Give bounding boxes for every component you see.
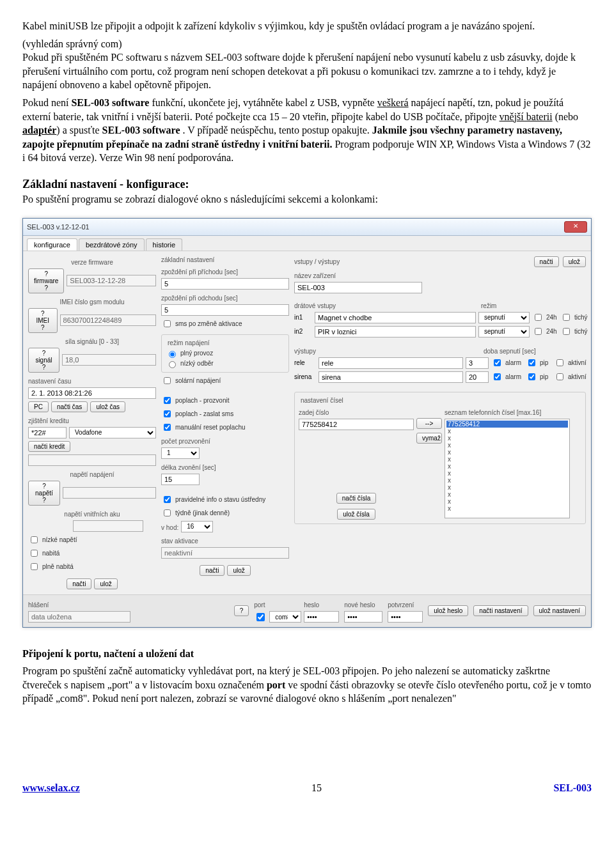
hour-select[interactable]: 16: [181, 521, 213, 532]
rele-field[interactable]: [319, 357, 463, 369]
save-config-button[interactable]: ulož nastavení: [533, 605, 586, 616]
tab-konfigurace[interactable]: konfigurace: [27, 238, 77, 251]
signal-label: síla signálu [0 - 33]: [28, 338, 156, 345]
sirena-field[interactable]: [319, 371, 463, 383]
numbers-listbox[interactable]: 775258412 xxx xxx xxx xxx: [445, 419, 570, 518]
devname-label: název zařízení: [294, 272, 586, 279]
read-credit-button[interactable]: načti kredit: [28, 441, 70, 452]
col3-read-button[interactable]: načti: [534, 256, 559, 267]
imei-button[interactable]: ? IMEI ?: [28, 308, 58, 333]
activation-label: stav aktivace: [161, 538, 289, 545]
col1-save-button[interactable]: ulož: [94, 578, 117, 589]
in1-silent-checkbox[interactable]: tichý: [560, 312, 586, 323]
sirena-pip-checkbox[interactable]: pip: [526, 371, 551, 382]
activation-field: [161, 547, 289, 559]
col2-read-button[interactable]: načti: [200, 565, 224, 576]
fully-charged-checkbox[interactable]: plně nabitá: [28, 561, 156, 572]
hlaseni-label: hlášení: [28, 601, 130, 608]
voltage-button[interactable]: ? napětí ?: [28, 481, 60, 506]
solar-checkbox[interactable]: solární napájení: [161, 375, 289, 386]
sirena-active-checkbox[interactable]: aktivní: [554, 371, 586, 382]
port-select[interactable]: com8: [269, 611, 301, 623]
arrival-delay-field[interactable]: [161, 278, 289, 290]
help-button[interactable]: ?: [234, 605, 249, 616]
tab-bezdratove-zony[interactable]: bezdrátové zóny: [79, 238, 145, 251]
read-config-button[interactable]: načti nastavení: [473, 605, 528, 616]
list-item[interactable]: 775258412: [446, 421, 568, 428]
signal-field: [62, 354, 156, 366]
in1-field[interactable]: [315, 312, 476, 323]
read-time-button[interactable]: načti čas: [51, 401, 88, 412]
alarm-call-checkbox[interactable]: poplach - prozvonit: [161, 395, 289, 406]
io-header: vstupy / výstupy: [294, 258, 340, 265]
confirm-field[interactable]: [388, 611, 423, 623]
credit-code-field[interactable]: [28, 427, 67, 438]
power-full-radio[interactable]: plný provoz: [166, 349, 285, 358]
delete-number-button[interactable]: vymaž: [416, 433, 442, 444]
operator-select[interactable]: Vodafone: [69, 427, 156, 438]
sms-checkbox[interactable]: sms po změně aktivace: [161, 318, 289, 329]
conn-text: Program po spuštění začně automaticky vy…: [22, 664, 592, 706]
col3-save-button[interactable]: ulož: [563, 256, 586, 267]
rele-time-field[interactable]: [466, 357, 489, 369]
in2-silent-checkbox[interactable]: tichý: [560, 326, 586, 337]
reg-info-checkbox[interactable]: pravidelné info o stavu ústředny: [161, 494, 289, 505]
sirena-alarm-checkbox[interactable]: alarm: [491, 371, 523, 382]
in2-24h-checkbox[interactable]: 24h: [532, 326, 558, 337]
weekly-checkbox[interactable]: týdně (jinak denně): [161, 508, 289, 518]
read-numbers-button[interactable]: načti čísla: [336, 493, 376, 504]
time-field[interactable]: [28, 387, 156, 399]
in2-field[interactable]: [315, 326, 476, 337]
section-title: Základní nastavení - konfigurace:: [22, 178, 592, 191]
numbers-list-label: seznam telefonních čísel [max.16]: [445, 409, 570, 416]
section-text: Po spuštění programu se zobrazí dialogov…: [22, 192, 592, 206]
devname-field[interactable]: [294, 282, 422, 293]
departure-delay-field[interactable]: [161, 304, 289, 316]
sirena-time-field[interactable]: [466, 371, 489, 383]
rele-label: rele: [294, 359, 316, 366]
close-icon[interactable]: ✕: [564, 221, 587, 233]
wired-label: drátové vstupy: [294, 302, 478, 309]
rele-pip-checkbox[interactable]: pip: [526, 357, 551, 368]
manual-reset-checkbox[interactable]: manuální reset poplachu: [161, 422, 289, 433]
outputs-label: výstupy: [294, 348, 481, 355]
newpassword-label: nové heslo: [344, 601, 382, 608]
save-numbers-button[interactable]: ulož čísla: [337, 509, 375, 520]
page-footer: www.selax.cz 15 SEL-003: [22, 782, 592, 794]
add-number-button[interactable]: -->: [416, 418, 442, 429]
save-password-button[interactable]: ulož heslo: [428, 605, 468, 616]
window-title: SEL-003 v.12-12-01: [27, 223, 90, 231]
bottom-bar: hlášení ? port com8 heslo nové heslo pot…: [23, 594, 591, 627]
middle-column: základní nastavení zpoždění při příchodu…: [161, 256, 289, 589]
rings-select[interactable]: 1: [161, 447, 200, 459]
in2-mode-select[interactable]: sepnutí: [478, 326, 530, 337]
signal-button[interactable]: ? signál ?: [28, 348, 59, 373]
in1-mode-select[interactable]: sepnutí: [478, 312, 530, 323]
port-checkbox[interactable]: [256, 613, 265, 621]
tab-historie[interactable]: historie: [146, 238, 182, 251]
basic-settings-header: základní nastavení: [161, 256, 289, 263]
col1-read-button[interactable]: načti: [67, 578, 91, 589]
voltin-label: napětí vnitřních aku: [28, 511, 156, 518]
credit-result-field: [28, 454, 156, 466]
password-field[interactable]: [304, 611, 339, 623]
newpassword-field[interactable]: [344, 611, 382, 623]
confirm-label: potvrzení: [388, 601, 423, 608]
in2-label: in2: [294, 328, 312, 335]
col2-save-button[interactable]: ulož: [227, 565, 250, 576]
fw-label: verze firmware: [28, 259, 156, 266]
in1-24h-checkbox[interactable]: 24h: [532, 312, 558, 323]
rele-active-checkbox[interactable]: aktivní: [554, 357, 586, 368]
power-low-radio[interactable]: nízký odběr: [166, 359, 285, 368]
pc-button[interactable]: PC: [28, 401, 49, 412]
ringlen-field[interactable]: [161, 474, 200, 485]
firmware-button[interactable]: ? firmware ?: [28, 268, 64, 293]
rele-alarm-checkbox[interactable]: alarm: [491, 357, 523, 368]
alarm-sms-checkbox[interactable]: poplach - zaslat sms: [161, 408, 289, 419]
enter-number-field[interactable]: [299, 419, 414, 430]
save-time-button[interactable]: ulož čas: [90, 401, 125, 412]
charged-checkbox[interactable]: nabitá: [28, 548, 156, 559]
low-voltage-checkbox[interactable]: nízké napětí: [28, 534, 156, 545]
tab-strip: konfigurace bezdrátové zóny historie: [23, 236, 591, 251]
closetime-label: doba sepnutí [sec]: [484, 348, 586, 355]
